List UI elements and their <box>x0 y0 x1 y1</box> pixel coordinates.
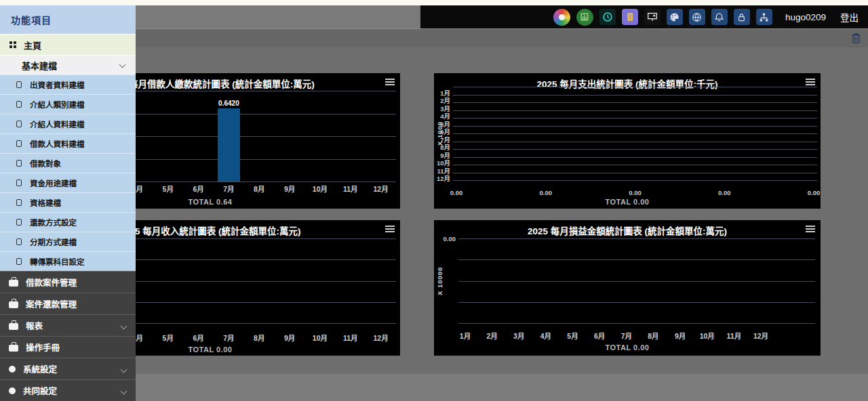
checkbox-icon <box>16 258 22 265</box>
globe-icon[interactable] <box>689 9 705 25</box>
x-axis-label: 8月 <box>254 184 264 194</box>
x-axis-label: 7月 <box>621 331 632 341</box>
sidebar-item-label: 報表 <box>26 319 43 332</box>
bar-value-label: 0.6420 <box>218 100 239 107</box>
sidebar-item-分期方式建檔[interactable]: 分期方式建檔 <box>0 232 136 251</box>
logout-button[interactable]: 登出 <box>840 10 859 24</box>
gridline <box>458 238 815 239</box>
checkbox-icon <box>16 219 22 226</box>
y-axis-label: 12月 <box>434 173 450 183</box>
x-axis-tick-label: 0.00 <box>808 189 821 196</box>
gridline <box>458 323 815 324</box>
sidebar-subitems: 出資者資料建檔介紹人類別建檔介紹人資料建檔借款人資料建檔借款對象資金用途建檔資格… <box>0 75 136 271</box>
sidebar-item-還款方式設定[interactable]: 還款方式設定 <box>0 212 136 232</box>
x-axis-label: 12月 <box>753 331 768 341</box>
checkbox-icon <box>16 238 22 245</box>
palette-icon[interactable] <box>667 9 683 25</box>
presentation-icon[interactable] <box>644 9 660 25</box>
x-axis-label: 8月 <box>648 331 658 341</box>
chevron-down-icon <box>119 62 126 68</box>
username: hugo0209 <box>785 12 826 22</box>
sidebar-item-共同設定[interactable]: 共同設定 <box>0 379 136 401</box>
sidebar-item-label: 主頁 <box>24 39 41 51</box>
circle-icon <box>9 366 16 373</box>
sidebar-item-label: 介紹人資料建檔 <box>30 119 85 129</box>
x-axis-label: 11月 <box>343 184 358 194</box>
sidebar-item-介紹人資料建檔[interactable]: 介紹人資料建檔 <box>0 114 136 133</box>
x-axis-label: 9月 <box>675 331 686 341</box>
x-axis-label: 5月 <box>163 333 174 343</box>
sidebar-item-label: 案件還款管理 <box>26 297 77 310</box>
gridline <box>453 173 817 173</box>
chevron-down-icon <box>121 366 127 373</box>
x-axis-label: 12月 <box>373 184 388 194</box>
x-axis-label: 9月 <box>284 184 295 194</box>
gridline <box>453 110 817 111</box>
sitemap-icon[interactable] <box>756 9 772 25</box>
gridline <box>453 133 817 134</box>
colorful-logo-icon[interactable] <box>553 9 570 26</box>
sidebar-item-label: 資金用途建檔 <box>30 177 77 188</box>
sidebar-item-操作手冊[interactable]: 操作手冊 <box>0 336 136 358</box>
scroll-icon[interactable] <box>622 9 638 25</box>
x-axis-label: 7月 <box>223 184 234 194</box>
sidebar-item-資金用途建檔[interactable]: 資金用途建檔 <box>0 173 136 192</box>
checkbox-icon <box>16 140 22 147</box>
gridline <box>453 118 817 119</box>
sidebar-item-home[interactable]: 主頁 <box>0 34 136 55</box>
chart-total: TOTAL 0.00 <box>434 198 821 206</box>
sidebar-item-label: 資格建檔 <box>30 197 61 208</box>
x-axis-label: 10月 <box>313 333 328 343</box>
y-axis-title: X 10000 <box>436 261 443 301</box>
checkbox-icon <box>16 199 22 206</box>
chevron-down-icon <box>121 323 127 330</box>
sidebar-item-系統設定[interactable]: 系統設定 <box>0 358 136 379</box>
chart-total: TOTAL 0.00 <box>434 343 821 352</box>
sidebar-item-報表[interactable]: 報表 <box>0 314 136 336</box>
x-axis-label: 6月 <box>193 333 203 343</box>
chart-plot: 1月2月3月4月5月6月7月8月9月10月11月12月0.00X 10000 <box>434 220 821 356</box>
x-axis-label: 11月 <box>343 333 358 343</box>
x-axis-tick-label: 0.00 <box>629 189 642 196</box>
sidebar-item-借款對象[interactable]: 借款對象 <box>0 153 136 173</box>
gridline <box>453 157 817 158</box>
lock-icon[interactable] <box>734 9 750 25</box>
sidebar-item-label: 借款對象 <box>30 158 61 169</box>
trash-icon[interactable] <box>851 33 861 47</box>
y-axis-title: X 1000 <box>436 113 443 154</box>
sidebar-item-借款人資料建檔[interactable]: 借款人資料建檔 <box>0 133 136 153</box>
sidebar-item-借款案件管理[interactable]: 借款案件管理 <box>0 271 136 293</box>
sidebar-group-basic-setup[interactable]: 基本建檔 <box>0 55 136 75</box>
gridline <box>453 87 817 87</box>
x-axis-label: 6月 <box>594 331 605 341</box>
sidebar-item-案件還款管理[interactable]: 案件還款管理 <box>0 293 136 314</box>
sidebar-item-label: 借款人資料建檔 <box>30 138 85 149</box>
gridline <box>458 281 815 282</box>
bar[interactable] <box>218 108 240 182</box>
bell-icon[interactable] <box>711 9 728 25</box>
x-axis-label: 10月 <box>700 331 715 341</box>
sidebar-item-出資者資料建檔[interactable]: 出資者資料建檔 <box>0 75 136 94</box>
y-axis-tick-label: 0.00 <box>434 235 456 242</box>
sidebar-item-label: 系統設定 <box>23 362 57 375</box>
chart-panel-monthly-profit-loss: 2025 每月損益金額統計圖表 (統計金額單位:萬元) 1月2月3月4月5月6月… <box>434 220 821 356</box>
clock-icon[interactable] <box>599 9 616 25</box>
checkbox-icon <box>16 101 22 108</box>
sidebar-item-介紹人類別建檔[interactable]: 介紹人類別建檔 <box>0 94 136 114</box>
sidebar-item-資格建檔[interactable]: 資格建檔 <box>0 192 136 212</box>
x-axis-label: 4月 <box>540 331 551 341</box>
sidebar-item-轉傳票科目設定[interactable]: 轉傳票科目設定 <box>0 251 136 271</box>
sidebar-item-label: 轉傳票科目設定 <box>30 256 85 267</box>
x-axis-label: 11月 <box>727 331 742 341</box>
circle-icon <box>9 387 16 394</box>
checkbox-icon <box>16 180 22 186</box>
top-strip <box>0 0 868 5</box>
x-axis-label: 1月 <box>460 331 471 341</box>
bank-logo-icon[interactable] <box>576 9 593 26</box>
sidebar-item-label: 出資者資料建檔 <box>30 79 85 90</box>
x-axis-tick-label: 0.00 <box>540 189 553 196</box>
x-axis-label: 3月 <box>513 331 524 341</box>
gridline <box>453 149 817 150</box>
checkbox-icon <box>16 121 22 127</box>
sidebar-item-label: 操作手冊 <box>26 341 60 354</box>
